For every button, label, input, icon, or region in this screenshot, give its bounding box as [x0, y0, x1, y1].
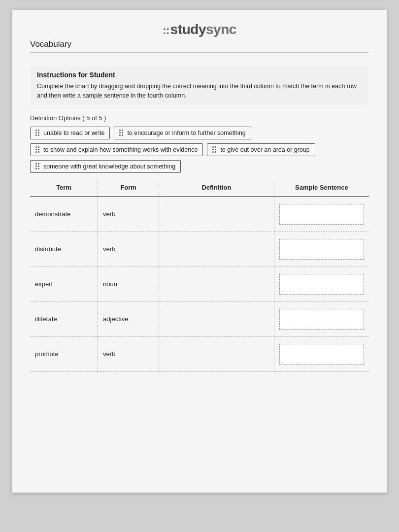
term-cell-demonstrate: demonstrate	[30, 197, 98, 232]
def-cell-distribute[interactable]	[159, 232, 274, 266]
col-header-form: Form	[98, 180, 159, 197]
def-cell-demonstrate[interactable]	[159, 197, 274, 232]
col-header-definition: Definition	[159, 180, 274, 197]
option-text-3: to show and explain how something works …	[43, 146, 198, 153]
sample-box-distribute[interactable]	[279, 239, 364, 260]
options-row-2: to show and explain how something works …	[30, 143, 369, 156]
sample-cell-promote	[274, 336, 369, 371]
def-cell-illiterate[interactable]	[159, 301, 274, 336]
option-text-5: someone with great knowledge about somet…	[43, 163, 175, 170]
option-text-2: to encourage or inform to further someth…	[127, 130, 245, 136]
drop-zone-distribute[interactable]	[164, 239, 269, 259]
instructions-text: Complete the chart by dragging and dropp…	[37, 82, 362, 100]
header: ::studysync ::studysync	[30, 22, 369, 37]
thin-divider	[30, 56, 369, 56]
term-cell-promote: promote	[30, 336, 98, 371]
option-chip-2[interactable]: to encourage or inform to further someth…	[114, 127, 251, 139]
options-row-1: unable to read or write to encourage or …	[30, 127, 369, 139]
instructions-section: Instructions for Student Complete the ch…	[30, 66, 369, 105]
drag-icon-3	[35, 146, 40, 153]
option-chip-4[interactable]: to give out over an area or group	[207, 143, 315, 156]
logo-sync: sync	[206, 22, 236, 37]
sample-box-promote[interactable]	[279, 344, 364, 365]
form-cell-demonstrate: verb	[98, 197, 159, 232]
logo-dots: ::	[163, 24, 169, 36]
instructions-title: Instructions for Student	[37, 71, 362, 79]
vocab-title: Vocabulary	[30, 39, 369, 49]
logo: ::studysync	[30, 22, 369, 37]
table-row: distribute verb	[30, 232, 369, 266]
term-cell-expert: expert	[30, 266, 98, 301]
page: ::studysync ::studysync Vocabulary Instr…	[12, 10, 387, 493]
option-chip-1[interactable]: unable to read or write	[30, 127, 110, 139]
sample-cell-expert	[274, 266, 369, 301]
form-cell-promote: verb	[98, 336, 159, 371]
options-row-3: someone with great knowledge about somet…	[30, 160, 369, 173]
sample-box-demonstrate[interactable]	[279, 204, 364, 225]
drag-icon-4	[212, 146, 217, 153]
vocab-table: Term Form Definition Sample Sentence dem…	[30, 180, 369, 372]
sample-cell-illiterate	[274, 301, 369, 336]
logo-study: study	[170, 22, 206, 37]
option-chip-3[interactable]: to show and explain how something works …	[30, 143, 203, 156]
form-cell-distribute: verb	[98, 232, 159, 266]
col-header-term: Term	[30, 180, 98, 197]
drag-icon-2	[119, 130, 124, 136]
drag-icon-5	[35, 163, 40, 169]
form-cell-expert: noun	[98, 266, 159, 301]
table-row: promote verb	[30, 336, 369, 371]
sample-cell-demonstrate	[274, 197, 369, 232]
option-chip-5[interactable]: someone with great knowledge about somet…	[30, 160, 181, 173]
def-cell-promote[interactable]	[159, 336, 274, 371]
term-cell-distribute: distribute	[30, 232, 98, 266]
options-grid: unable to read or write to encourage or …	[30, 127, 369, 173]
drop-zone-promote[interactable]	[164, 344, 269, 364]
option-text-1: unable to read or write	[43, 130, 104, 136]
table-row: demonstrate verb	[30, 197, 369, 232]
sample-cell-distribute	[274, 232, 369, 266]
header-divider	[30, 52, 369, 53]
drop-zone-illiterate[interactable]	[164, 309, 269, 329]
option-text-4: to give out over an area or group	[220, 146, 309, 153]
def-cell-expert[interactable]	[159, 266, 274, 301]
form-cell-illiterate: adjective	[98, 301, 159, 336]
term-cell-illiterate: illiterate	[30, 301, 98, 336]
table-row: expert noun	[30, 266, 369, 301]
sample-box-illiterate[interactable]	[279, 309, 364, 330]
definition-options-label: Definition Options ( 5 of 5 )	[30, 114, 369, 122]
drop-zone-expert[interactable]	[164, 274, 269, 294]
sample-box-expert[interactable]	[279, 274, 364, 295]
table-row: illiterate adjective	[30, 301, 369, 336]
drag-icon-1	[35, 130, 40, 136]
drop-zone-demonstrate[interactable]	[164, 204, 269, 224]
col-header-sample: Sample Sentence	[274, 180, 369, 197]
table-header-row: Term Form Definition Sample Sentence	[30, 180, 369, 197]
